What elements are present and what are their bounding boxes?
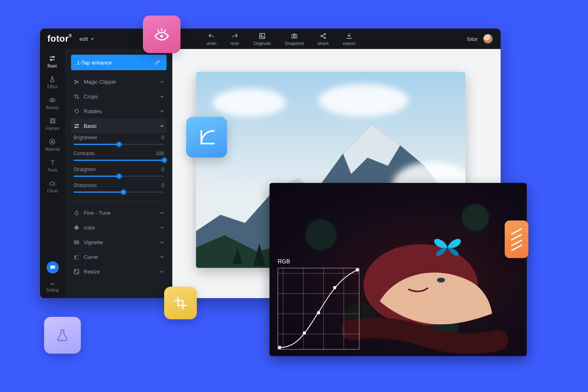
chevron-down-icon: [160, 211, 164, 215]
chevron-down-icon: [160, 80, 164, 84]
rail-beauty[interactable]: Beauty: [46, 96, 59, 110]
chevron-down-icon: [160, 255, 164, 259]
slider-contrasts-label: Contrasts: [74, 151, 94, 156]
rail-setting-label: Setting: [46, 288, 59, 292]
sliders-icon: [74, 123, 80, 129]
eye-open-icon: [152, 25, 171, 44]
tool-crops[interactable]: Crops: [71, 89, 167, 104]
export-button[interactable]: export: [343, 32, 355, 46]
originals-button[interactable]: Originals: [253, 32, 271, 46]
tool-resize-label: Resize: [84, 269, 100, 275]
rail-basic-label: Basic: [47, 64, 57, 68]
tool-fine-tune[interactable]: Fine - Tune: [71, 205, 167, 220]
tool-vignette[interactable]: Vignette: [71, 235, 167, 249]
curve-overlay: RGB: [278, 258, 359, 350]
tool-magic-clipper[interactable]: Magic Clipper: [71, 74, 167, 89]
originals-label: Originals: [253, 41, 271, 46]
curve-axis-icon: [196, 127, 217, 148]
frame-icon: [49, 117, 56, 125]
slider-thumb[interactable]: [117, 142, 121, 147]
slider-contrasts-value: 100: [156, 151, 164, 156]
svg-point-9: [52, 99, 53, 101]
slider-sharpness[interactable]: Sharpness0: [71, 181, 167, 197]
cloud-icon: [49, 180, 56, 187]
slider-contrasts[interactable]: Contrasts100: [71, 149, 167, 165]
tool-basic[interactable]: Basic: [71, 118, 167, 133]
slider-straighten[interactable]: Straighten0: [71, 165, 167, 181]
chevron-down-icon: [160, 225, 164, 230]
svg-rect-20: [74, 241, 79, 244]
tool-crops-label: Crops: [84, 94, 98, 100]
eye-icon: [49, 96, 56, 104]
rail-material[interactable]: Material: [45, 138, 60, 151]
share-icon: [320, 32, 327, 40]
scissors-icon: [74, 79, 80, 85]
download-icon: [345, 32, 353, 40]
slider-thumb[interactable]: [162, 158, 167, 163]
drop-icon: [74, 210, 80, 216]
avatar[interactable]: [483, 33, 493, 44]
crop-icon: [172, 295, 189, 311]
flask-icon: [53, 326, 71, 344]
tile-crop-icon: [164, 287, 197, 319]
tool-rotates[interactable]: Rotates: [71, 104, 167, 118]
tool-resize[interactable]: Resize: [71, 264, 167, 279]
rail-cloud[interactable]: Cloud: [47, 180, 58, 193]
rail-effect[interactable]: Effect: [47, 76, 58, 89]
chevron-down-icon: [160, 240, 164, 245]
svg-point-6: [324, 37, 325, 38]
tool-rotates-label: Rotates: [84, 108, 102, 114]
tile-texture-icon: [505, 220, 528, 258]
svg-point-29: [356, 268, 359, 272]
slider-thumb[interactable]: [117, 174, 121, 178]
undo-button[interactable]: undo: [206, 32, 216, 46]
share-label: share: [318, 41, 329, 46]
svg-point-8: [51, 59, 52, 61]
snapshot-button[interactable]: Snapshot: [285, 32, 303, 46]
slider-track[interactable]: [74, 192, 164, 193]
rail-bottom: ••• Setting: [40, 261, 65, 292]
tool-fine-tune-label: Fine - Tune: [84, 210, 111, 216]
tool-basic-label: Basic: [84, 123, 97, 129]
curve-grid[interactable]: [278, 268, 359, 350]
rail-setting[interactable]: ••• Setting: [46, 282, 59, 292]
svg-point-30: [160, 35, 163, 38]
chevron-down-icon: [90, 37, 94, 41]
tool-color-label: color: [84, 225, 95, 231]
edit-menu[interactable]: edit: [79, 36, 94, 42]
tool-curve[interactable]: Curve: [71, 249, 167, 264]
chevron-down-icon: [160, 94, 164, 99]
tile-effect-icon: [44, 317, 81, 354]
share-button[interactable]: share: [318, 32, 329, 46]
header-right: fotor: [467, 33, 501, 44]
username-label[interactable]: fotor: [467, 36, 478, 42]
hatch-icon: [510, 228, 523, 251]
slider-thumb[interactable]: [121, 190, 126, 194]
svg-point-27: [317, 311, 320, 314]
redo-label: redo: [230, 41, 239, 46]
slider-brightness-value: 0: [161, 135, 164, 140]
slider-track[interactable]: [74, 144, 164, 145]
one-tap-enhance-button[interactable]: 1-Tap enhance: [71, 55, 167, 70]
rail-basic[interactable]: Basic: [47, 55, 57, 68]
undo-icon: [208, 32, 215, 40]
dots-icon: •••: [50, 282, 55, 286]
slider-brightness[interactable]: Brightneee0: [71, 133, 167, 149]
chat-button[interactable]: [47, 261, 59, 274]
slider-track[interactable]: [74, 176, 164, 177]
rail-frames[interactable]: Frames: [46, 117, 60, 131]
svg-point-21: [76, 241, 78, 243]
slider-straighten-label: Straighten: [74, 167, 96, 172]
tool-color[interactable]: color: [71, 220, 167, 235]
svg-point-15: [77, 124, 78, 125]
svg-point-3: [293, 35, 295, 37]
rail-beauty-label: Beauty: [46, 105, 59, 110]
slider-track[interactable]: [74, 160, 164, 161]
rail-texts-label: Texts: [48, 168, 57, 172]
star-icon: [49, 138, 56, 145]
redo-button[interactable]: redo: [230, 32, 239, 46]
svg-point-4: [321, 35, 322, 37]
export-label: export: [343, 41, 355, 46]
chat-icon: [49, 264, 56, 271]
rail-texts[interactable]: Texts: [48, 159, 57, 172]
